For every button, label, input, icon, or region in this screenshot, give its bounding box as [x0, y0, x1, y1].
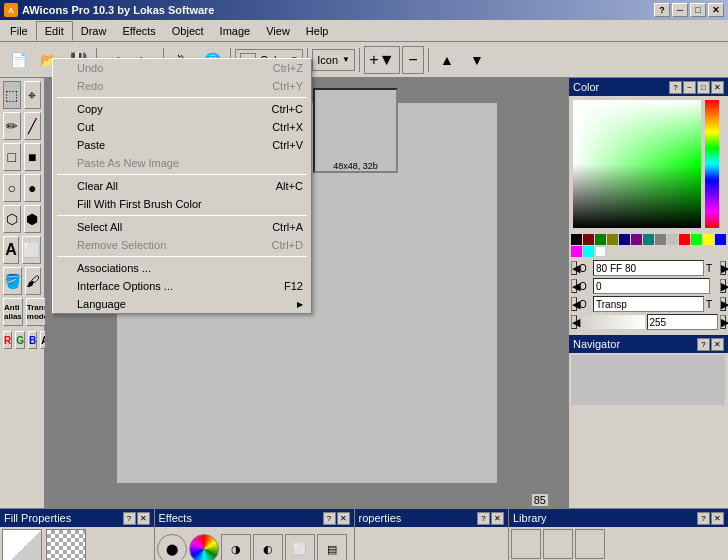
help-button[interactable]: ? — [654, 3, 670, 17]
add-button[interactable]: +▼ — [364, 46, 400, 74]
menu-interface-opts[interactable]: Interface Options ... F12 — [53, 277, 311, 295]
swatch-8[interactable] — [667, 234, 678, 245]
color-close-btn[interactable]: ✕ — [711, 81, 724, 94]
brush-tool[interactable]: 🖌 — [25, 267, 41, 295]
menu-item-view[interactable]: View — [258, 21, 298, 41]
swatch-1[interactable] — [583, 234, 594, 245]
polygon-tool[interactable]: ⬡ — [3, 205, 21, 233]
effects-close-btn[interactable]: ✕ — [337, 512, 350, 525]
icon-type-select[interactable]: Icon ▼ — [312, 49, 355, 71]
menu-undo[interactable]: Undo Ctrl+Z — [53, 59, 311, 77]
effect-btn-3[interactable]: ◑ — [221, 534, 251, 560]
effect-btn-1[interactable]: ⬤ — [157, 534, 187, 560]
color-hex-input[interactable] — [593, 260, 704, 276]
effects-help-btn[interactable]: ? — [323, 512, 336, 525]
nav-help-btn[interactable]: ? — [697, 338, 710, 351]
eraser-tool[interactable]: ⬜ — [22, 236, 41, 264]
effect-btn-5[interactable]: ⬜ — [285, 534, 315, 560]
menu-item-edit[interactable]: Edit — [36, 21, 73, 41]
menu-paste[interactable]: Paste Ctrl+V — [53, 136, 311, 154]
swatch-3[interactable] — [607, 234, 618, 245]
color-r-btn[interactable]: R — [3, 331, 12, 349]
effect-btn-6[interactable]: ▤ — [317, 534, 347, 560]
menu-item-file[interactable]: File — [2, 21, 36, 41]
swatch-2[interactable] — [595, 234, 606, 245]
swatch-0[interactable] — [571, 234, 582, 245]
fill-close-btn[interactable]: ✕ — [137, 512, 150, 525]
swatch-9[interactable] — [679, 234, 690, 245]
fill-preview-2[interactable] — [46, 529, 86, 560]
up-button[interactable]: ▲ — [433, 46, 461, 74]
color-slider-right-4[interactable]: ▶ — [720, 315, 726, 329]
lasso-tool[interactable]: ⌖ — [24, 81, 42, 109]
color-slider-left-4[interactable]: ◀ — [571, 315, 577, 329]
menu-clear-all[interactable]: Clear All Alt+C — [53, 177, 311, 195]
remove-button[interactable]: − — [402, 46, 424, 74]
swatch-10[interactable] — [691, 234, 702, 245]
effect-btn-4[interactable]: ◐ — [253, 534, 283, 560]
menu-remove-sel[interactable]: Remove Selection Ctrl+D — [53, 236, 311, 254]
menu-item-image[interactable]: Image — [212, 21, 259, 41]
rect-tool[interactable]: □ — [3, 143, 21, 171]
swatch-15[interactable] — [595, 246, 606, 257]
fill-polygon-tool[interactable]: ⬢ — [24, 205, 42, 233]
color-val2-input[interactable] — [593, 278, 710, 294]
lib-item-3[interactable] — [575, 529, 605, 559]
down-button[interactable]: ▼ — [463, 46, 491, 74]
select-tool[interactable]: ⬚ — [3, 81, 21, 109]
lib-close-btn[interactable]: ✕ — [711, 512, 724, 525]
color-help-btn[interactable]: ? — [669, 81, 682, 94]
swatch-4[interactable] — [619, 234, 630, 245]
swatch-7[interactable] — [655, 234, 666, 245]
color-spectrum[interactable] — [705, 100, 719, 228]
color-slider-right-3[interactable]: ▶ — [720, 297, 726, 311]
menu-redo[interactable]: Redo Ctrl+Y — [53, 77, 311, 95]
antialias-btn[interactable]: Antialias — [3, 298, 23, 326]
menu-language[interactable]: Language — [53, 295, 311, 313]
new-button[interactable]: 📄 — [4, 46, 32, 74]
swatch-13[interactable] — [571, 246, 582, 257]
color-alpha-input[interactable] — [593, 296, 704, 312]
color-slider-right-1[interactable]: ▶ — [720, 261, 726, 275]
swatch-14[interactable] — [583, 246, 594, 257]
color-slider-left-1[interactable]: ◀ — [571, 261, 577, 275]
lib-help-btn[interactable]: ? — [697, 512, 710, 525]
lib-item-1[interactable] — [511, 529, 541, 559]
color-slider-left-3[interactable]: ◀ — [571, 297, 577, 311]
color-expand-btn[interactable]: □ — [697, 81, 710, 94]
menu-cut[interactable]: Cut Ctrl+X — [53, 118, 311, 136]
close-button[interactable]: ✕ — [708, 3, 724, 17]
color-gradient[interactable] — [573, 100, 701, 228]
text-tool[interactable]: A — [3, 236, 19, 264]
menu-item-object[interactable]: Object — [164, 21, 212, 41]
fill-rect-tool[interactable]: ■ — [24, 143, 42, 171]
fill-ellipse-tool[interactable]: ● — [24, 174, 42, 202]
prop-help-btn[interactable]: ? — [477, 512, 490, 525]
color-slider-left-2[interactable]: ◀ — [571, 279, 577, 293]
menu-item-effects[interactable]: Effects — [114, 21, 163, 41]
swatch-11[interactable] — [703, 234, 714, 245]
color-minimize-btn[interactable]: − — [683, 81, 696, 94]
menu-item-draw[interactable]: Draw — [73, 21, 115, 41]
nav-close-btn[interactable]: ✕ — [711, 338, 724, 351]
swatch-6[interactable] — [643, 234, 654, 245]
fill-help-btn[interactable]: ? — [123, 512, 136, 525]
maximize-button[interactable]: □ — [690, 3, 706, 17]
prop-close-btn[interactable]: ✕ — [491, 512, 504, 525]
menu-associations[interactable]: Associations ... — [53, 259, 311, 277]
line-tool[interactable]: ╱ — [24, 112, 42, 140]
effect-btn-2[interactable] — [189, 534, 219, 560]
menu-paste-new[interactable]: Paste As New Image — [53, 154, 311, 172]
color-b-btn[interactable]: B — [28, 331, 37, 349]
minimize-button[interactable]: ─ — [672, 3, 688, 17]
menu-copy[interactable]: Copy Ctrl+C — [53, 100, 311, 118]
ellipse-tool[interactable]: ○ — [3, 174, 21, 202]
color-g-btn[interactable]: G — [15, 331, 25, 349]
color-slider-right-2[interactable]: ▶ — [720, 279, 726, 293]
menu-item-help[interactable]: Help — [298, 21, 337, 41]
paintbucket-tool[interactable]: 🪣 — [3, 267, 22, 295]
menu-select-all[interactable]: Select All Ctrl+A — [53, 218, 311, 236]
lib-item-2[interactable] — [543, 529, 573, 559]
pencil-tool[interactable]: ✏ — [3, 112, 21, 140]
menu-fill-brush[interactable]: Fill With First Brush Color — [53, 195, 311, 213]
